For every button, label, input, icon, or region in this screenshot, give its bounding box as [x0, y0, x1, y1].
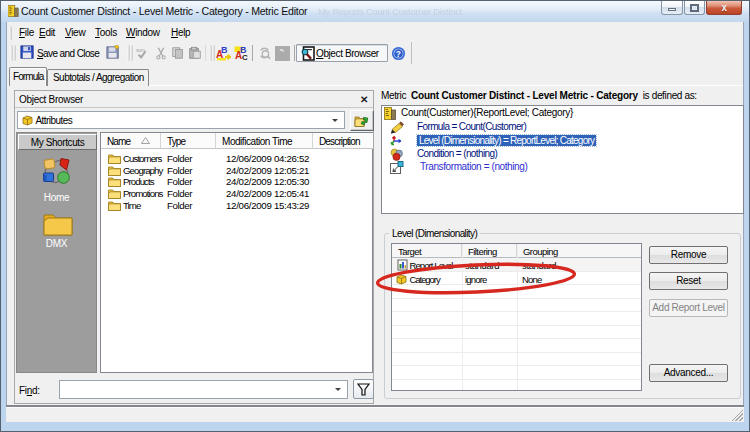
svg-text:A: A	[235, 50, 242, 61]
svg-text:?: ?	[396, 49, 401, 59]
svg-text:C: C	[242, 53, 248, 61]
